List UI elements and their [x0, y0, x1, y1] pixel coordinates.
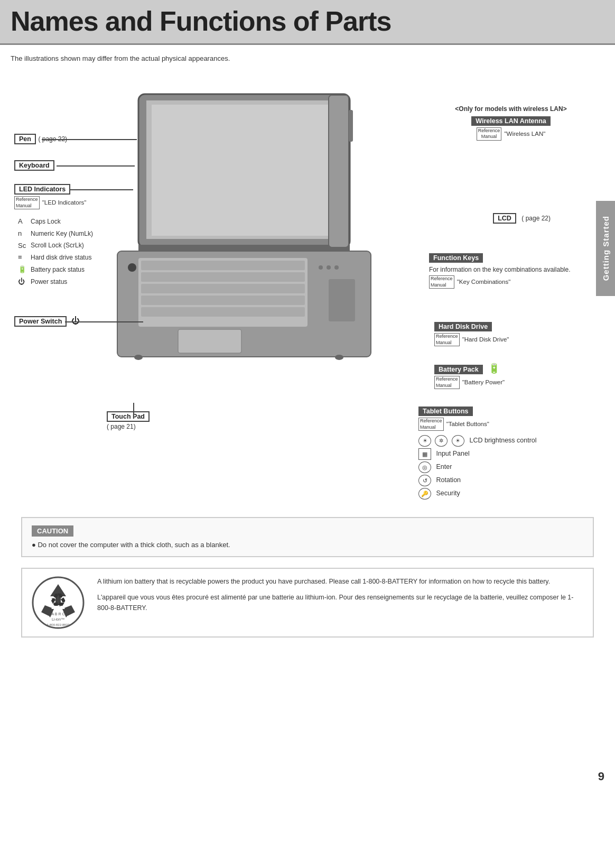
power-switch-icon: ⏻ — [71, 316, 80, 325]
svg-rect-3 — [138, 245, 350, 251]
led-item-capslock: A Caps Lock — [18, 216, 93, 228]
rotation-text: Rotation — [436, 476, 461, 484]
scrolllock-icon: Sc — [18, 240, 29, 252]
page-title: Names and Functions of Parts — [11, 5, 604, 37]
caution-text: Do not cover the computer with a thick c… — [32, 541, 583, 549]
pen-label-group: Pen ( page 22) — [14, 134, 67, 144]
battery-ref-text: "Battery Power" — [462, 379, 505, 385]
lcd-label: LCD — [493, 213, 516, 224]
intro-text: The illustrations shown may differ from … — [11, 54, 604, 62]
keyboard-label-group: Keyboard — [14, 160, 54, 171]
svg-rect-11 — [178, 329, 241, 353]
tablet-items-list: ☀ ✲ ☀ LCD brightness control ▦ Input Pan… — [418, 434, 588, 500]
wireless-only-group: <Only for models with wireless LAN> Wire… — [434, 105, 588, 141]
getting-started-tab: Getting Started — [596, 201, 615, 296]
battery-pack-ref: ReferenceManual "Battery Power" — [434, 376, 588, 389]
recycle-text-block: A lithium ion battery that is recyclable… — [97, 576, 583, 613]
hdd-ref-text: "Hard Disk Drive" — [462, 336, 509, 343]
numlock-label: Numeric Key (NumLk) — [31, 228, 93, 239]
hdd-label: Hard Disk Drive — [434, 322, 492, 331]
svg-point-14 — [327, 265, 331, 270]
function-keys-ref: ReferenceManual "Key Combinations" — [429, 275, 588, 289]
function-keys-desc: For information on the key combinations … — [429, 265, 588, 274]
lcd-page-ref: ( page 22) — [521, 215, 551, 222]
power-status-label: Power status — [31, 276, 67, 288]
touch-pad-page-ref: ( page 21) — [107, 423, 136, 430]
tablet-buttons-group: Tablet Buttons ReferenceManual "Tablet B… — [418, 406, 588, 500]
keyboard-label: Keyboard — [14, 160, 54, 171]
recycle-text-2: L'appareil que vous vous êtes procuré es… — [97, 592, 583, 613]
battery-status-icon: 🔋 — [18, 264, 29, 276]
svg-rect-7 — [141, 272, 305, 282]
function-keys-group: Function Keys For information on the key… — [429, 253, 588, 289]
led-callout-line — [70, 189, 133, 190]
svg-rect-9 — [141, 296, 305, 305]
hdd-icon: ≡ — [18, 252, 29, 264]
fk-ref-icon: ReferenceManual — [429, 275, 454, 289]
battery-pack-label: Battery Pack — [434, 365, 483, 374]
enter-text: Enter — [436, 463, 452, 470]
battery-pack-label-group: Battery Pack 🔋 ReferenceManual "Battery … — [434, 363, 588, 389]
input-panel-icon: ▦ — [418, 448, 431, 460]
fk-ref-text: "Key Combinations" — [457, 279, 511, 285]
wireless-lan-ref-icon: ReferenceManual — [477, 127, 502, 141]
tablet-item-input-panel: ▦ Input Panel — [418, 447, 588, 460]
main-content: The illustrations shown may differ from … — [0, 45, 615, 653]
hdd-ref-icon: ReferenceManual — [434, 333, 460, 346]
power-status-icon: ⏻ — [18, 276, 29, 288]
tablet-item-security: 🔑 Security — [418, 487, 588, 500]
svg-text:Li-ion™: Li-ion™ — [52, 617, 64, 621]
led-ref-icon: ReferenceManual — [14, 196, 40, 209]
led-items-list: A Caps Lock n Numeric Key (NumLk) Sc Scr… — [18, 216, 93, 288]
led-label-group: LED Indicators ReferenceManual "LED Indi… — [14, 184, 86, 209]
led-item-numlock: n Numeric Key (NumLk) — [18, 228, 93, 240]
brightness-mid-icon: ✲ — [435, 435, 448, 447]
power-switch-label: Power Switch — [14, 316, 67, 327]
svg-rect-8 — [141, 284, 305, 293]
battery-pack-icon: 🔋 — [488, 363, 500, 374]
svg-rect-12 — [128, 263, 136, 272]
page-number: 9 — [598, 770, 604, 783]
keyboard-callout-line — [57, 165, 135, 167]
svg-rect-6 — [141, 261, 305, 270]
wireless-lan-antenna-label: Wireless LAN Antenna — [471, 116, 550, 126]
wireless-lan-ref-text: "Wireless LAN" — [504, 131, 545, 137]
svg-text:1-800-822-8837: 1-800-822-8837 — [47, 623, 70, 626]
hdd-status-label: Hard disk drive status — [31, 252, 91, 263]
touch-pad-v-callout — [133, 403, 134, 419]
battery-status-label: Battery pack status — [31, 264, 85, 275]
led-item-power-status: ⏻ Power status — [18, 276, 93, 288]
input-panel-text: Input Panel — [436, 450, 469, 457]
numlock-icon: n — [18, 228, 29, 240]
battery-ref-icon: ReferenceManual — [434, 376, 460, 389]
svg-text:A B R C: A B R C — [52, 612, 65, 616]
recycle-section: ♻ A B R C Li-ion™ 1-800-822-8837 A lithi… — [21, 568, 594, 638]
power-switch-label-group: Power Switch ⏻ — [14, 316, 80, 327]
caution-section: CAUTION Do not cover the computer with a… — [21, 517, 594, 557]
recycle-text-1: A lithium ion battery that is recyclable… — [97, 576, 583, 587]
lcd-brightness-text: LCD brightness control — [469, 437, 536, 444]
svg-rect-16 — [329, 279, 355, 321]
tablet-item-enter: ◎ Enter — [418, 460, 588, 474]
brightness-max-icon: ☀ — [452, 435, 464, 447]
security-text: Security — [436, 490, 460, 497]
laptop-illustration — [96, 89, 392, 385]
led-ref-text: "LED Indicators" — [42, 199, 87, 206]
tablet-buttons-ref: ReferenceManual "Tablet Buttons" — [418, 418, 588, 431]
security-icon: 🔑 — [418, 488, 431, 500]
pen-callout-line — [42, 139, 137, 140]
svg-rect-20 — [349, 110, 353, 142]
recycle-svg: ♻ A B R C Li-ion™ 1-800-822-8837 — [32, 576, 85, 629]
svg-rect-19 — [329, 95, 349, 247]
recycle-logo: ♻ A B R C Li-ion™ 1-800-822-8837 — [32, 576, 85, 629]
tablet-buttons-label: Tablet Buttons — [418, 407, 473, 416]
lcd-label-group: LCD ( page 22) — [493, 213, 551, 224]
touch-pad-label-group: Touch Pad ( page 21) — [107, 411, 150, 430]
brightness-icon: ☀ — [418, 435, 431, 447]
svg-text:♻: ♻ — [50, 589, 67, 611]
tb-ref-text: "Tablet Buttons" — [446, 421, 489, 427]
scrolllock-label: Scroll Lock (ScrLk) — [31, 240, 84, 251]
pen-label: Pen — [14, 134, 36, 144]
caution-badge: CAUTION — [32, 525, 73, 537]
svg-rect-10 — [141, 307, 305, 317]
